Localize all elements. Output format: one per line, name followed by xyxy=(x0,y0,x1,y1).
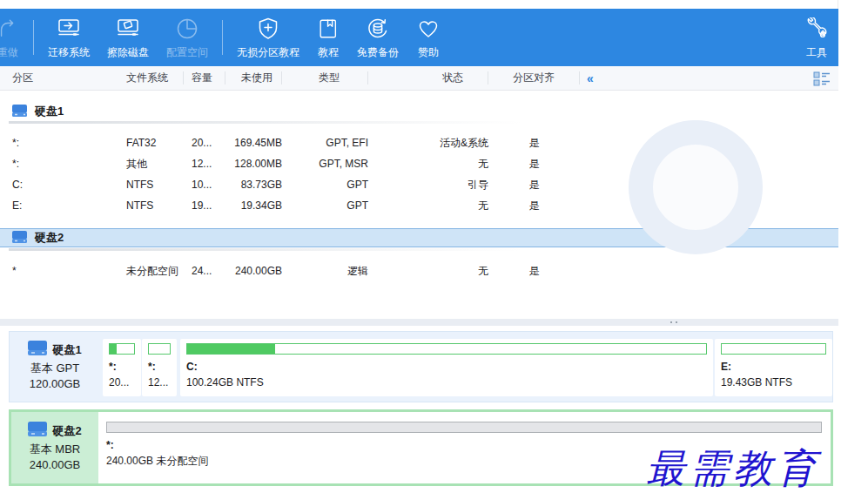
cell-status: 引导 xyxy=(368,178,488,193)
partition-manager-window: 重做 迁移系统 擦除磁盘 配置空间 无损分区教程 xyxy=(0,0,838,500)
cell-capacity: 24... xyxy=(184,265,225,277)
decorative-ring xyxy=(629,120,763,254)
disk-map-panel: 硬盘1 基本 GPT 120.00GB *: 20... *: 12... C:… xyxy=(0,326,838,500)
partition-table: 硬盘1 *: FAT32 20... 169.45MB GPT, EFI 活动&… xyxy=(0,91,838,319)
usage-bar xyxy=(186,343,707,355)
column-partition: 分区 xyxy=(0,71,114,84)
cell-type: 逻辑 xyxy=(282,264,368,279)
usage-bar xyxy=(721,343,826,355)
free-backup-button[interactable]: 免费备份 xyxy=(348,9,407,66)
tutorial-icon xyxy=(317,15,340,43)
partition-label: C: xyxy=(186,359,707,375)
table-row[interactable]: * 未分配空间 24... 240.00GB 逻辑 无 是 xyxy=(0,260,838,281)
partition-detail: 100.24GB NTFS xyxy=(186,375,707,391)
tools-icon xyxy=(805,15,828,43)
wipe-disk-icon xyxy=(115,15,141,43)
allocate-space-button[interactable]: 配置空间 xyxy=(158,9,217,66)
cell-unused: 128.00MB xyxy=(225,158,282,170)
sponsor-button[interactable]: 赞助 xyxy=(407,9,449,66)
toolbar-separator xyxy=(33,20,34,55)
group-divider xyxy=(9,121,522,124)
toolbar-item-label: 工具 xyxy=(806,45,827,60)
cell-status: 无 xyxy=(368,264,488,279)
cell-file-system: 未分配空间 xyxy=(114,264,184,279)
column-capacity: 容量 xyxy=(184,71,225,84)
column-unused: 未使用 xyxy=(225,71,282,84)
partition-block[interactable]: C: 100.24GB NTFS xyxy=(180,339,713,396)
cell-type: GPT xyxy=(282,179,368,191)
list-view-toggle-icon[interactable] xyxy=(813,71,831,89)
cell-unused: 83.73GB xyxy=(225,179,282,191)
cell-partition: E: xyxy=(0,199,114,212)
column-file-system: 文件系统 xyxy=(114,71,184,84)
panel-splitter[interactable] xyxy=(0,319,838,326)
disk-map-name: 硬盘2 xyxy=(52,423,81,440)
disk-group-name: 硬盘2 xyxy=(35,230,64,246)
free-backup-icon xyxy=(365,15,391,43)
cell-alignment: 是 xyxy=(488,157,580,172)
disk-group-name: 硬盘1 xyxy=(35,104,64,119)
cell-unused: 240.00GB xyxy=(225,265,282,277)
disk2-map-label: 硬盘2 基本 MBR 240.00GB xyxy=(11,412,98,483)
cell-type: GPT, EFI xyxy=(282,137,368,149)
partition-block-unallocated[interactable]: *: 240.00GB 未分配空间 xyxy=(100,417,828,478)
migrate-system-button[interactable]: 迁移系统 xyxy=(39,9,98,66)
cell-file-system: FAT32 xyxy=(114,137,184,149)
cell-file-system: NTFS xyxy=(114,199,184,212)
toolbar-item-label: 免费备份 xyxy=(357,45,399,60)
cell-capacity: 12... xyxy=(184,158,225,170)
toolbar-item-label: 教程 xyxy=(318,45,339,60)
disk2-map-row-selected[interactable]: 硬盘2 基本 MBR 240.00GB *: 240.00GB 未分配空间 xyxy=(9,409,833,486)
migrate-system-icon xyxy=(56,15,82,43)
hard-disk-icon xyxy=(12,105,27,119)
disk-map-size: 240.00GB xyxy=(30,457,81,474)
lossless-partition-tutorial-button[interactable]: 无损分区教程 xyxy=(228,9,308,66)
splitter-grip-icon xyxy=(670,321,679,323)
partition-detail: 12... xyxy=(148,375,171,391)
partition-block[interactable]: *: 20... xyxy=(103,339,141,396)
toolbar-item-label: 重做 xyxy=(0,45,18,60)
usage-bar xyxy=(109,343,135,355)
cell-file-system: 其他 xyxy=(114,157,184,172)
column-status: 状态 xyxy=(368,71,488,84)
disk-map-size: 120.00GB xyxy=(30,376,81,393)
cell-capacity: 10... xyxy=(184,179,225,191)
column-alignment: 分区对齐 xyxy=(488,71,580,84)
partition-label: E: xyxy=(721,359,826,375)
tutorial-button[interactable]: 教程 xyxy=(308,9,348,66)
cell-type: GPT, MSR xyxy=(282,158,368,170)
cell-status: 活动&系统 xyxy=(368,136,488,151)
cell-partition: *: xyxy=(0,137,114,149)
redo-button[interactable]: 重做 xyxy=(0,9,28,66)
disk-map-scheme: 基本 MBR xyxy=(30,442,81,458)
partition-block[interactable]: *: 12... xyxy=(142,339,177,396)
wipe-disk-button[interactable]: 擦除磁盘 xyxy=(98,9,158,66)
usage-bar xyxy=(148,343,171,355)
cell-capacity: 19... xyxy=(184,199,225,212)
partition-label: *: xyxy=(148,359,171,375)
cell-capacity: 20... xyxy=(184,137,225,149)
cell-alignment: 是 xyxy=(488,136,580,151)
cell-partition: *: xyxy=(0,158,114,170)
collapse-columns-button[interactable]: « xyxy=(587,71,594,85)
toolbar-item-label: 赞助 xyxy=(418,45,439,60)
sponsor-icon xyxy=(416,15,441,43)
partition-block[interactable]: E: 19.43GB NTFS xyxy=(715,339,832,396)
disk1-map-row[interactable]: 硬盘1 基本 GPT 120.00GB *: 20... *: 12... C:… xyxy=(9,331,833,402)
cell-unused: 19.34GB xyxy=(225,199,282,212)
partition-label: *: xyxy=(106,437,822,453)
cell-alignment: 是 xyxy=(488,178,580,193)
tools-button[interactable]: 工具 xyxy=(797,9,837,66)
toolbar-item-label: 配置空间 xyxy=(166,45,208,60)
toolbar-item-label: 无损分区教程 xyxy=(237,45,299,60)
table-column-header: 分区 文件系统 容量 未使用 类型 状态 分区对齐 « xyxy=(0,66,838,91)
disk-map-scheme: 基本 GPT xyxy=(30,361,79,377)
disk1-group-row[interactable]: 硬盘1 xyxy=(0,103,838,120)
toolbar-item-label: 迁移系统 xyxy=(48,45,90,60)
cell-alignment: 是 xyxy=(488,199,580,213)
toolbar-separator xyxy=(222,20,223,55)
cell-file-system: NTFS xyxy=(114,179,184,191)
allocate-space-icon xyxy=(175,15,199,43)
cell-unused: 169.45MB xyxy=(225,137,282,149)
redo-icon xyxy=(0,15,19,43)
